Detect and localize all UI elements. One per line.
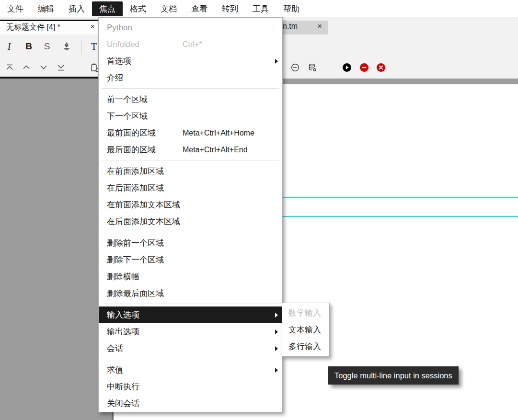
menu-separator <box>102 304 279 304</box>
input-options-submenu: 数学输入 文本输入 多行输入 <box>282 303 330 357</box>
menu-file[interactable]: 文件 <box>0 1 31 16</box>
tooltip: Toggle multi-line input in sessions <box>328 366 459 385</box>
bold-icon: B <box>25 41 32 52</box>
submenu-arrow-icon <box>275 346 278 351</box>
menu-tools[interactable]: 工具 <box>245 1 276 16</box>
menu-focus[interactable]: 焦点 <box>92 1 123 16</box>
toolbar-divider <box>81 40 81 55</box>
bold-button[interactable]: B <box>22 40 35 53</box>
menu-item-unfolded[interactable]: Unfolded Ctrl+* <box>99 36 282 53</box>
menu-document[interactable]: 文档 <box>153 1 184 16</box>
strikethrough-icon: S <box>44 41 50 52</box>
menu-item-remove-previous-field[interactable]: 删除前一个区域 <box>99 235 282 251</box>
menu-item-remove-last-field[interactable]: 删除最后面区域 <box>99 285 282 302</box>
close-session-button[interactable] <box>374 61 388 74</box>
chevron-up-to-line-icon <box>5 63 14 72</box>
menu-format[interactable]: 格式 <box>123 1 153 16</box>
menu-help[interactable]: 帮助 <box>276 1 307 16</box>
ink-bottle-icon <box>62 42 71 51</box>
menu-separator <box>102 232 279 232</box>
menu-item-close-session[interactable]: 关闭会话 <box>99 395 282 412</box>
ink-color-button[interactable] <box>60 40 73 53</box>
menu-view[interactable]: 查看 <box>184 1 215 16</box>
submenu-arrow-icon <box>275 313 278 318</box>
first-field-button[interactable] <box>3 61 16 74</box>
menu-item-python[interactable]: Python <box>99 19 282 36</box>
menu-item-insert-field-above[interactable]: 在前面添加区域 <box>99 163 282 180</box>
clear-session-button[interactable] <box>288 61 302 74</box>
menu-item-interrupt-execution[interactable]: 中断执行 <box>99 378 282 395</box>
database-gear-icon <box>308 63 317 72</box>
submenu-arrow-icon <box>275 329 278 334</box>
minus-circle-icon <box>359 63 369 72</box>
run-button[interactable] <box>340 61 354 74</box>
menu-item-remove-banner[interactable]: 删除横幅 <box>99 268 282 285</box>
menu-item-previous-field[interactable]: 前一个区域 <box>99 91 282 108</box>
tab-title: 无标题文件 [4] * <box>6 23 60 33</box>
menu-item-remove-next-field[interactable]: 删除下一个区域 <box>99 251 282 268</box>
x-circle-icon <box>376 63 386 72</box>
shortcut-label: Meta+Ctrl+Alt+End <box>183 141 248 158</box>
menu-item-insert-field-below[interactable]: 在后面添加区域 <box>99 180 282 196</box>
menu-separator <box>102 359 279 359</box>
tab-title: n.tm <box>283 22 298 31</box>
chevron-up-icon <box>22 63 31 72</box>
shortcut-label: Meta+Ctrl+Alt+Home <box>183 125 254 141</box>
previous-field-button[interactable] <box>20 61 33 74</box>
menu-item-next-field[interactable]: 下一个区域 <box>99 108 282 125</box>
toolbar-bottom-edge <box>0 77 98 79</box>
chevron-down-to-line-icon <box>56 63 66 72</box>
menu-item-session[interactable]: 会话 <box>99 340 282 357</box>
submenu-item-text-input[interactable]: 文本输入 <box>282 321 329 338</box>
menu-item-insert-text-field-below[interactable]: 在后面添加文本区域 <box>99 213 282 230</box>
tab-close-icon[interactable]: × <box>90 22 95 32</box>
menu-item-first-field[interactable]: 最前面的区域 Meta+Ctrl+Alt+Home <box>99 125 282 141</box>
clipboard-icon <box>90 63 99 72</box>
chevron-down-icon <box>39 63 48 72</box>
text-style-icon: T <box>91 41 97 52</box>
submenu-arrow-icon <box>275 368 278 373</box>
menu-go[interactable]: 转到 <box>215 1 245 16</box>
tab-close-icon[interactable]: × <box>317 22 322 31</box>
menu-item-introduction[interactable]: 介绍 <box>99 69 282 86</box>
menu-item-input-options[interactable]: 输入选项 <box>99 306 282 323</box>
tab-untitled-document[interactable]: 无标题文件 [4] * × <box>0 20 99 34</box>
menu-insert[interactable]: 插入 <box>61 1 92 16</box>
stop-button[interactable] <box>357 61 371 74</box>
italic-icon: I <box>8 41 11 52</box>
next-field-button[interactable] <box>37 61 50 74</box>
menu-item-evaluate[interactable]: 求值 <box>99 362 282 378</box>
shortcut-label: Ctrl+* <box>183 36 202 53</box>
session-settings-button[interactable] <box>306 61 319 74</box>
submenu-item-multiline-input[interactable]: 多行输入 <box>282 338 329 355</box>
tooltip-text: Toggle multi-line input in sessions <box>334 371 452 380</box>
menu-item-insert-text-field-above[interactable]: 在前面添加文本区域 <box>99 196 282 213</box>
menu-separator <box>102 160 279 160</box>
last-field-button[interactable] <box>54 61 68 74</box>
submenu-item-math-input[interactable]: 数学输入 <box>282 305 329 321</box>
menu-separator <box>102 88 279 89</box>
strikethrough-button[interactable]: S <box>40 40 54 53</box>
focus-menu-panel: Python Unfolded Ctrl+* 首选项 介绍 前一个区域 下一个区… <box>98 17 283 412</box>
menubar: 文件 编辑 插入 焦点 格式 文档 查看 转到 工具 帮助 <box>0 0 518 17</box>
menu-item-preferences[interactable]: 首选项 <box>99 53 282 69</box>
menu-item-last-field[interactable]: 最后面的区域 Meta+Ctrl+Alt+End <box>99 141 282 158</box>
menu-edit[interactable]: 编辑 <box>31 1 61 16</box>
play-circle-icon <box>342 63 352 72</box>
submenu-arrow-icon <box>275 59 278 64</box>
italic-button[interactable]: I <box>2 40 16 53</box>
circle-minus-icon <box>290 63 300 72</box>
menu-item-output-options[interactable]: 输出选项 <box>99 323 282 340</box>
